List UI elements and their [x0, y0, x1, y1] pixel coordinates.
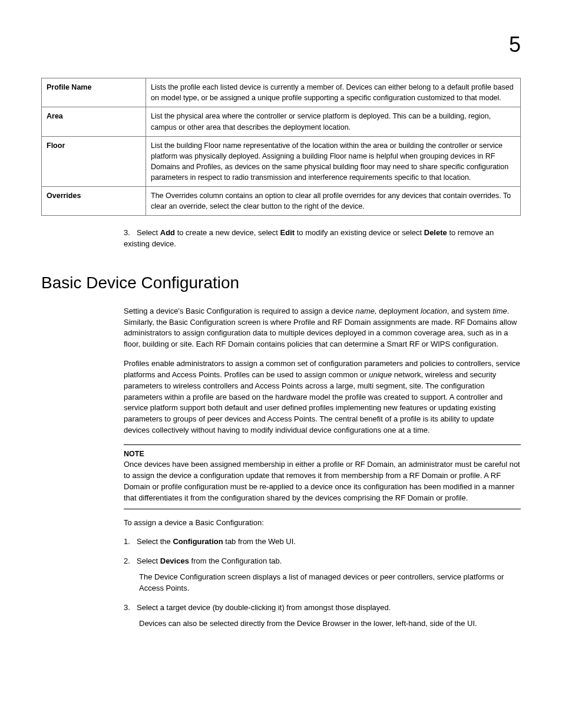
step-3: 3.Select a target device (by double-clic… — [124, 602, 521, 630]
table-row: Floor List the building Floor name repre… — [42, 136, 521, 187]
bold: Delete — [424, 228, 447, 237]
section-title: Basic Device Configuration — [41, 271, 521, 295]
text: network, wireless and security parameter… — [124, 370, 503, 434]
table-row: Overrides The Overrides column contains … — [42, 187, 521, 216]
text: Setting a device's Basic Configuration i… — [124, 307, 355, 315]
paragraph: Setting a device's Basic Configuration i… — [124, 306, 521, 350]
paragraph: To assign a device a Basic Configuration… — [124, 518, 521, 529]
body-content: 3.Select Add to create a new device, sel… — [124, 228, 521, 250]
body-content: Setting a device's Basic Configuration i… — [124, 306, 521, 630]
bold: Configuration — [173, 537, 223, 546]
step-2: 2.Select Devices from the Configuration … — [124, 556, 521, 594]
bold: Add — [160, 228, 175, 237]
text: to modify an existing device or select — [295, 228, 424, 237]
step-num: 3. — [124, 228, 137, 239]
step-3-top: 3.Select Add to create a new device, sel… — [124, 228, 521, 250]
step-num: 3. — [124, 602, 137, 614]
italic: time — [492, 307, 507, 315]
definition-table: Profile Name Lists the profile each list… — [41, 78, 521, 216]
bold: Edit — [280, 228, 295, 237]
text: Select a target device (by double-clicki… — [137, 603, 391, 612]
table-row: Profile Name Lists the profile each list… — [42, 78, 521, 107]
step-num: 2. — [124, 556, 137, 567]
text: Select — [137, 556, 160, 565]
paragraph: Profiles enable administrators to assign… — [124, 358, 521, 436]
step-1: 1.Select the Configuration tab from the … — [124, 536, 521, 548]
table-row: Area List the physical area where the co… — [42, 107, 521, 136]
def-cell: Lists the profile each listed device is … — [146, 78, 521, 107]
text: , and system — [447, 307, 492, 315]
italic: name, — [355, 307, 376, 315]
def-cell: The Overrides column contains an option … — [146, 187, 521, 216]
text: deployment — [377, 307, 421, 315]
italic: unique — [369, 370, 392, 379]
text: Select — [137, 228, 160, 237]
chapter-number: 5 — [41, 29, 521, 60]
italic: location — [421, 307, 447, 315]
step-num: 1. — [124, 536, 137, 548]
bold: Devices — [160, 556, 189, 565]
term-cell: Area — [42, 107, 146, 136]
term-cell: Overrides — [42, 187, 146, 216]
text: tab from the Web UI. — [223, 537, 296, 546]
text: to create a new device, select — [175, 228, 280, 237]
term-cell: Floor — [42, 136, 146, 187]
text: from the Configuration tab. — [189, 556, 282, 565]
step-sub: Devices can also be selected directly fr… — [139, 618, 521, 630]
note-label: NOTE — [124, 449, 521, 459]
note-block: NOTE Once devices have been assigned mem… — [124, 444, 521, 509]
term-cell: Profile Name — [42, 78, 146, 107]
step-sub: The Device Configuration screen displays… — [139, 572, 521, 594]
def-cell: List the building Floor name representat… — [146, 136, 521, 187]
text: Select the — [137, 537, 173, 546]
note-body: Once devices have been assigned membersh… — [124, 459, 521, 503]
def-cell: List the physical area where the control… — [146, 107, 521, 136]
